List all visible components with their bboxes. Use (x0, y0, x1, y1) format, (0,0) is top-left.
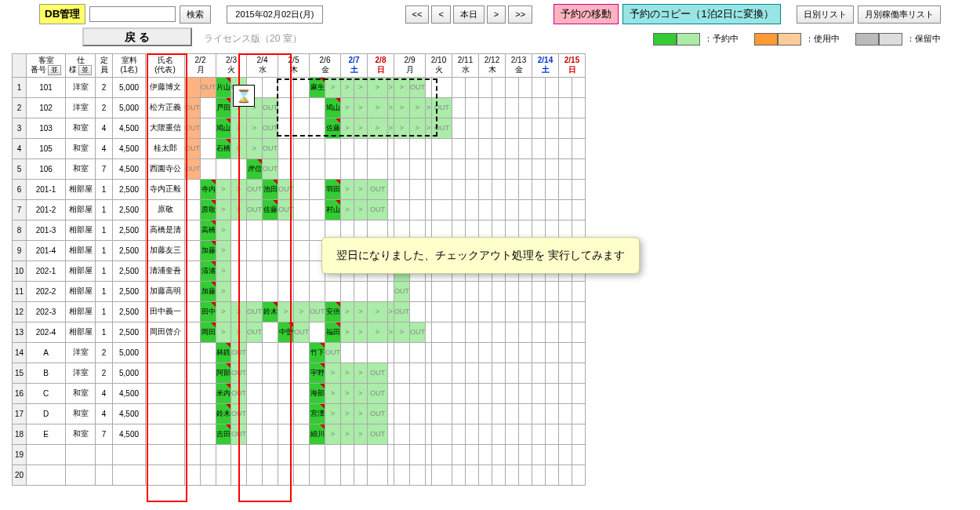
resv-cell[interactable]: > (341, 322, 354, 342)
resv-cell[interactable] (354, 342, 368, 362)
resv-cell[interactable]: 岸信 (247, 158, 263, 179)
resv-cell[interactable]: OUT (368, 179, 388, 199)
resv-cell[interactable]: 鳩山 (325, 97, 341, 118)
resv-cell[interactable] (519, 97, 532, 118)
resv-cell[interactable]: > (216, 322, 231, 342)
resv-cell[interactable]: > (387, 322, 394, 342)
resv-cell[interactable]: > (325, 362, 341, 383)
resv-cell[interactable] (519, 322, 532, 342)
resv-cell[interactable] (387, 464, 394, 485)
cell-room[interactable]: 202-2 (27, 281, 66, 301)
resv-cell[interactable]: > (387, 301, 394, 322)
resv-cell[interactable] (432, 77, 452, 97)
resv-cell[interactable] (201, 383, 216, 403)
resv-cell[interactable]: OUT (247, 179, 263, 199)
resv-cell[interactable] (506, 464, 519, 485)
resv-cell[interactable] (532, 301, 546, 322)
daily-list-button[interactable]: 日別リスト (797, 5, 854, 24)
resv-cell[interactable] (278, 240, 294, 260)
resv-cell[interactable] (572, 322, 586, 342)
resv-cell[interactable] (278, 138, 294, 158)
resv-cell[interactable] (201, 158, 216, 179)
resv-cell[interactable] (310, 322, 325, 342)
resv-cell[interactable]: > (341, 301, 354, 322)
resv-cell[interactable] (559, 322, 572, 342)
resv-cell[interactable] (479, 301, 492, 322)
resv-cell[interactable] (341, 158, 354, 179)
resv-cell[interactable]: 安倍 (325, 301, 341, 322)
resv-cell[interactable]: > (231, 118, 247, 138)
resv-cell[interactable] (466, 424, 479, 444)
hdr-date-2/15[interactable]: 2/15日 (559, 54, 586, 78)
resv-cell[interactable] (572, 97, 586, 118)
resv-cell[interactable]: > (231, 199, 247, 220)
resv-cell[interactable] (263, 220, 278, 240)
resv-cell[interactable]: 羽田 (325, 179, 341, 199)
resv-cell[interactable] (294, 424, 310, 444)
resv-cell[interactable] (231, 281, 247, 301)
resv-cell[interactable] (506, 77, 519, 97)
resv-cell[interactable] (294, 281, 310, 301)
resv-cell[interactable] (572, 179, 586, 199)
resv-cell[interactable] (479, 464, 492, 485)
resv-cell[interactable] (466, 199, 479, 220)
resv-cell[interactable] (506, 179, 519, 199)
resv-cell[interactable] (479, 424, 492, 444)
resv-cell[interactable] (387, 383, 394, 403)
resv-cell[interactable] (368, 158, 388, 179)
resv-cell[interactable]: > (216, 220, 231, 240)
nav-next-button[interactable]: > (487, 5, 506, 24)
resv-cell[interactable]: 阿部 (216, 362, 231, 383)
resv-cell[interactable] (310, 464, 325, 485)
resv-cell[interactable]: > (247, 138, 263, 158)
cell-room[interactable]: 102 (27, 97, 66, 118)
resv-cell[interactable] (492, 97, 506, 118)
resv-cell[interactable] (263, 424, 278, 444)
resv-cell[interactable]: > (354, 383, 368, 403)
resv-cell[interactable] (231, 444, 247, 464)
resv-cell[interactable] (492, 118, 506, 138)
resv-cell[interactable]: OUT (394, 281, 410, 301)
resv-cell[interactable] (506, 342, 519, 362)
resv-cell[interactable] (546, 179, 559, 199)
resv-cell[interactable] (185, 179, 201, 199)
resv-cell[interactable]: 米内 (216, 383, 231, 403)
resv-cell[interactable]: 佐藤 (263, 199, 278, 220)
resv-cell[interactable] (201, 138, 216, 158)
resv-cell[interactable] (479, 403, 492, 424)
resv-cell[interactable] (559, 301, 572, 322)
resv-cell[interactable] (185, 464, 201, 485)
resv-cell[interactable] (519, 281, 532, 301)
resv-cell[interactable]: > (294, 301, 310, 322)
resv-cell[interactable] (452, 403, 466, 424)
resv-cell[interactable] (310, 138, 325, 158)
resv-cell[interactable] (263, 444, 278, 464)
resv-cell[interactable] (216, 464, 231, 485)
resv-cell[interactable] (201, 464, 216, 485)
resv-cell[interactable] (247, 464, 263, 485)
resv-cell[interactable]: > (426, 118, 432, 138)
resv-cell[interactable] (572, 424, 586, 444)
resv-cell[interactable] (231, 240, 247, 260)
resv-cell[interactable] (492, 77, 506, 97)
resv-cell[interactable]: > (394, 118, 410, 138)
resv-cell[interactable] (247, 260, 263, 281)
resv-cell[interactable] (559, 444, 572, 464)
resv-cell[interactable] (294, 342, 310, 362)
resv-cell[interactable] (572, 301, 586, 322)
resv-cell[interactable]: > (216, 199, 231, 220)
resv-cell[interactable] (559, 403, 572, 424)
resv-cell[interactable] (354, 138, 368, 158)
resv-cell[interactable]: 清浦 (201, 260, 216, 281)
resv-cell[interactable] (201, 362, 216, 383)
resv-cell[interactable] (506, 281, 519, 301)
resv-cell[interactable] (506, 138, 519, 158)
resv-cell[interactable]: OUT (410, 322, 426, 342)
resv-cell[interactable]: > (354, 77, 368, 97)
resv-cell[interactable] (432, 383, 452, 403)
resv-cell[interactable] (410, 179, 426, 199)
resv-cell[interactable] (559, 179, 572, 199)
resv-cell[interactable] (492, 322, 506, 342)
resv-cell[interactable]: > (341, 118, 354, 138)
resv-cell[interactable] (532, 424, 546, 444)
